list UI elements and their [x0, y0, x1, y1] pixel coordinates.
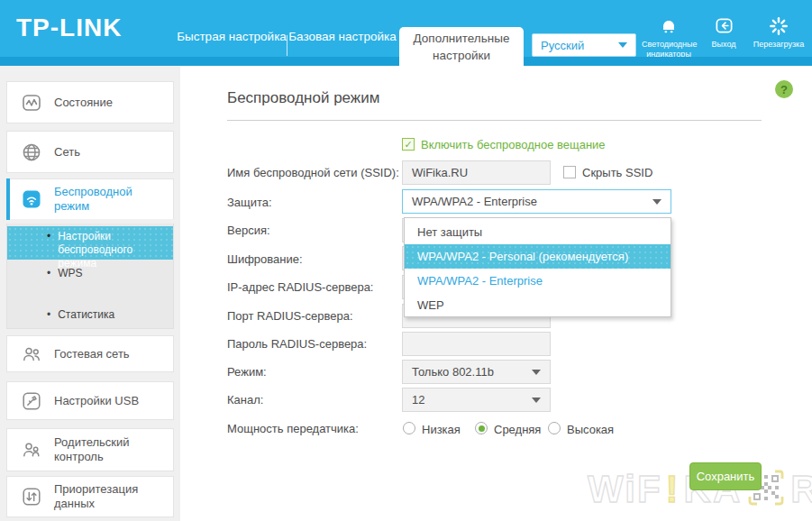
- ssid-label: Имя беспроводной сети (SSID):: [227, 166, 399, 179]
- title-divider: [227, 120, 762, 121]
- router-admin-page: TP-LINK Быстрая настройка Базовая настро…: [0, 0, 812, 521]
- mode-select[interactable]: Только 802.11b: [402, 360, 551, 384]
- radius-password-label: Пароль RADIUS-сервера:: [227, 337, 367, 351]
- status-monitor-icon: [21, 92, 42, 114]
- parental-control-icon: [21, 439, 42, 461]
- check-icon: ✓: [404, 139, 412, 151]
- sidebar-item-parental-control[interactable]: Родительский контроль: [6, 428, 174, 471]
- sidebar-item-label: Гостевая сеть: [54, 347, 162, 361]
- wireless-submenu: • Настройки беспроводного режима • WPS •…: [6, 224, 174, 329]
- sidebar-item-label: Настройки USB: [54, 394, 162, 408]
- security-option-none[interactable]: Нет защиты: [405, 220, 671, 244]
- security-option-personal[interactable]: WPA/WPA2 - Personal (рекомендуется): [405, 244, 671, 269]
- watermark-text: RU: [790, 471, 812, 508]
- usb-icon: [21, 390, 42, 412]
- mode-label: Режим:: [227, 365, 267, 379]
- security-label: Защита:: [227, 196, 272, 209]
- security-option-enterprise[interactable]: WPA/WPA2 - Enterprise: [405, 269, 671, 293]
- ssid-input[interactable]: [402, 160, 551, 185]
- led-lamp-icon: [642, 15, 696, 36]
- sidebar-item-wireless[interactable]: Беспроводной режим: [6, 178, 174, 219]
- version-label: Версия:: [227, 224, 270, 237]
- chevron-down-icon: [532, 398, 541, 403]
- logout-label: Выход: [702, 40, 745, 50]
- tab-advanced-settings[interactable]: Дополнительные настройки: [399, 27, 524, 66]
- tx-power-radio-medium[interactable]: [475, 422, 488, 434]
- reboot-button[interactable]: Перезагрузка: [753, 15, 805, 50]
- mode-select-value: Только 802.11b: [412, 365, 494, 379]
- led-indicators-button[interactable]: Светодиодные индикаторы: [642, 15, 696, 59]
- led-indicators-label: Светодиодные индикаторы: [642, 40, 696, 59]
- wifi-icon: [21, 188, 42, 210]
- submenu-item-wps[interactable]: • WPS: [7, 267, 173, 280]
- guest-network-icon: [21, 343, 42, 365]
- sidebar-item-label: Родительский контроль: [54, 435, 162, 464]
- priority-arrows-icon: [21, 486, 42, 507]
- security-option-wep[interactable]: WEP: [405, 293, 671, 317]
- channel-select-value: 12: [412, 393, 424, 407]
- enable-wireless-label: Включить беспроводное вещание: [421, 138, 606, 151]
- tab-quick-setup[interactable]: Быстрая настройка: [177, 28, 287, 45]
- security-select-value: WPA/WPA2 - Enterprise: [412, 195, 537, 208]
- enable-wireless-checkbox[interactable]: ✓: [402, 138, 415, 151]
- radius-port-label: Порт RADIUS-сервера:: [227, 309, 353, 323]
- radius-ip-label: IP-адрес RADIUS-сервера:: [227, 280, 373, 294]
- sidebar-item-label: Сеть: [54, 145, 162, 160]
- tx-power-low-label: Низкая: [422, 423, 461, 436]
- sidebar-item-network[interactable]: Сеть: [6, 131, 174, 173]
- security-dropdown-menu: Нет защиты WPA/WPA2 - Personal (рекоменд…: [404, 217, 671, 317]
- hide-ssid-label: Скрыть SSID: [582, 166, 652, 179]
- submenu-item-label: Статистика: [58, 308, 114, 322]
- channel-select[interactable]: 12: [402, 388, 551, 412]
- sidebar-item-guest-network[interactable]: Гостевая сеть: [6, 335, 174, 372]
- sidebar-item-label: Состояние: [54, 96, 162, 110]
- tx-power-radio-low[interactable]: [403, 422, 415, 434]
- logout-icon: [702, 15, 745, 36]
- chevron-down-icon: [532, 370, 541, 375]
- language-select[interactable]: Русский: [532, 33, 636, 57]
- submenu-item-label: WPS: [58, 267, 82, 280]
- logout-button[interactable]: Выход: [702, 15, 745, 50]
- submenu-item-label: Настройки беспроводного режима: [58, 230, 157, 270]
- bullet-icon: •: [47, 308, 50, 322]
- tx-power-high-label: Высокая: [567, 423, 614, 436]
- tx-power-label: Мощность передатчика:: [227, 422, 359, 435]
- help-button[interactable]: ?: [775, 80, 793, 98]
- hide-ssid-checkbox[interactable]: [563, 166, 576, 178]
- tp-link-logo: TP-LINK: [16, 14, 122, 42]
- chevron-down-icon: [652, 199, 661, 205]
- save-button[interactable]: Сохранить: [689, 462, 762, 490]
- tab-basic-settings[interactable]: Базовая настройка: [287, 28, 397, 45]
- top-header: TP-LINK Быстрая настройка Базовая настро…: [0, 0, 812, 66]
- watermark-text: !: [666, 471, 680, 508]
- language-value: Русский: [541, 39, 584, 52]
- chevron-down-icon: [618, 42, 627, 48]
- security-select[interactable]: WPA/WPA2 - Enterprise: [402, 189, 671, 214]
- sidebar-item-label: Приоритезация данных: [54, 482, 162, 511]
- main-content: Беспроводной режим ? ✓ Включить беспрово…: [180, 66, 812, 521]
- submenu-item-wireless-settings[interactable]: • Настройки беспроводного режима: [7, 226, 173, 260]
- sidebar: Состояние Сеть Беспроводной режим • Наст…: [0, 66, 180, 521]
- encryption-label: Шифрование:: [227, 252, 303, 266]
- reboot-label: Перезагрузка: [753, 40, 805, 50]
- sidebar-item-label: Беспроводной режим: [54, 185, 162, 214]
- sidebar-item-status[interactable]: Состояние: [6, 81, 174, 123]
- bullet-icon: •: [47, 230, 50, 243]
- tx-power-medium-label: Средняя: [494, 423, 541, 436]
- page-title: Беспроводной режим: [227, 89, 379, 107]
- submenu-item-statistics[interactable]: • Статистика: [7, 308, 173, 322]
- sidebar-item-qos[interactable]: Приоритезация данных: [6, 476, 174, 517]
- tx-power-radio-high[interactable]: [548, 422, 561, 434]
- sidebar-item-usb-settings[interactable]: Настройки USB: [6, 381, 174, 420]
- radius-password-input[interactable]: [402, 332, 551, 356]
- globe-icon: [21, 142, 42, 163]
- watermark-text: WiF: [588, 471, 662, 508]
- bullet-icon: •: [47, 267, 50, 280]
- channel-label: Канал:: [227, 393, 263, 407]
- reboot-spinner-icon: [753, 15, 805, 36]
